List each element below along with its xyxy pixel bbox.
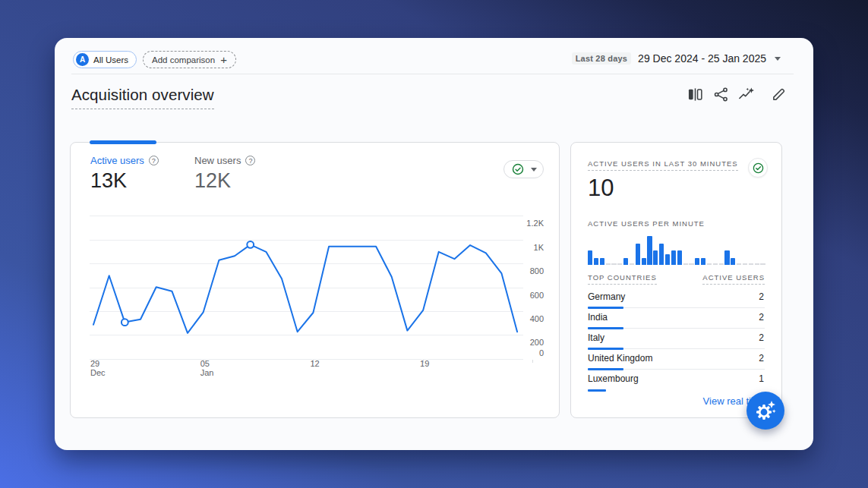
audience-chip-row: A All Users Add comparison + xyxy=(73,51,236,68)
all-users-chip[interactable]: A All Users xyxy=(73,51,137,68)
minute-bar xyxy=(737,263,741,265)
active-users-header: ACTIVE USERS xyxy=(702,273,765,285)
insights-fab[interactable] xyxy=(746,392,784,430)
minute-bar xyxy=(600,258,604,266)
add-comparison-button[interactable]: Add comparison + xyxy=(143,51,236,68)
minute-bar xyxy=(760,263,765,265)
date-range-picker[interactable]: Last 28 days 29 Dec 2024 - 25 Jan 2025 xyxy=(572,52,781,65)
country-bar xyxy=(588,389,606,392)
svg-text:Dec: Dec xyxy=(90,368,106,377)
minute-bar xyxy=(665,254,670,265)
country-users: 2 xyxy=(759,353,764,364)
minute-bar xyxy=(689,263,693,265)
per-minute-header: ACTIVE USERS PER MINUTE xyxy=(588,219,705,228)
minute-bar xyxy=(623,258,628,266)
users-overview-card: Active users ? 13K New users ? 12K 1.2K1… xyxy=(70,142,560,418)
country-users: 2 xyxy=(759,332,764,343)
edit-icon[interactable] xyxy=(771,87,786,102)
country-users: 1 xyxy=(759,373,764,384)
svg-text:400: 400 xyxy=(530,314,544,323)
svg-text:600: 600 xyxy=(530,291,544,300)
realtime-header: ACTIVE USERS IN LAST 30 MINUTES xyxy=(588,159,738,171)
svg-text:29: 29 xyxy=(90,359,99,368)
minute-bar xyxy=(653,250,658,265)
country-row: Italy 2 xyxy=(588,329,765,349)
svg-text:12: 12 xyxy=(310,359,319,368)
plus-icon: + xyxy=(220,54,227,65)
minute-bar xyxy=(636,244,640,266)
svg-text:1.2K: 1.2K xyxy=(526,219,544,228)
svg-text:05: 05 xyxy=(200,359,210,368)
svg-text:200: 200 xyxy=(530,338,544,347)
minute-bar xyxy=(707,263,712,265)
header-divider xyxy=(71,74,794,74)
country-row: Germany 2 xyxy=(588,288,765,308)
share-icon[interactable] xyxy=(713,87,728,102)
minute-bar xyxy=(671,250,676,265)
minute-bar xyxy=(642,258,646,266)
audience-avatar: A xyxy=(76,53,89,66)
minute-bar xyxy=(606,263,611,265)
minute-bar xyxy=(713,263,718,265)
svg-text:0: 0 xyxy=(539,348,544,357)
top-countries-header: TOP COUNTRIES xyxy=(588,273,657,285)
minute-bar xyxy=(659,244,664,266)
chevron-down-icon xyxy=(775,57,781,61)
date-preset-badge: Last 28 days xyxy=(572,52,631,65)
svg-text:Jan: Jan xyxy=(200,368,214,377)
minute-bar xyxy=(731,258,735,266)
svg-text:19: 19 xyxy=(420,359,429,368)
all-users-label: All Users xyxy=(93,55,128,65)
page-title: Acquisition overview xyxy=(71,86,214,109)
minute-bar xyxy=(749,263,753,265)
minute-bar xyxy=(719,263,724,265)
users-per-minute-chart xyxy=(588,234,765,265)
realtime-check-icon xyxy=(748,158,768,178)
minute-bar xyxy=(695,258,699,266)
main-panel: A All Users Add comparison + Last 28 day… xyxy=(55,38,813,450)
country-users: 2 xyxy=(759,312,764,323)
minute-bar xyxy=(594,258,598,266)
minute-bar xyxy=(724,250,729,265)
minute-bar xyxy=(588,250,592,265)
date-range-text: 29 Dec 2024 - 25 Jan 2025 xyxy=(638,52,766,65)
country-name: United Kingdom xyxy=(588,353,652,364)
country-name: Luxembourg xyxy=(588,373,639,384)
minute-bar xyxy=(743,263,747,265)
country-users: 2 xyxy=(759,291,764,302)
minute-bar xyxy=(701,258,705,266)
minute-bar xyxy=(647,236,652,265)
country-name: Germany xyxy=(588,291,625,302)
country-row: India 2 xyxy=(588,308,765,329)
country-name: India xyxy=(588,312,608,323)
compare-reports-icon[interactable] xyxy=(687,87,702,102)
country-name: Italy xyxy=(588,332,604,343)
active-users-line-chart[interactable]: 1.2K1K800600400200029Dec05Jan1219 xyxy=(71,143,560,419)
realtime-users-value: 10 xyxy=(588,175,614,202)
minute-bar xyxy=(755,263,759,265)
realtime-card: ACTIVE USERS IN LAST 30 MINUTES 10 ACTIV… xyxy=(570,142,782,418)
country-row: Luxembourg 1 xyxy=(588,370,765,390)
svg-text:1K: 1K xyxy=(534,243,544,252)
minute-bar xyxy=(630,263,634,265)
add-comparison-label: Add comparison xyxy=(152,55,215,65)
insights-icon[interactable] xyxy=(739,87,754,102)
countries-table: Germany 2 India 2 Italy 2 United Kingdom… xyxy=(588,288,765,390)
minute-bar xyxy=(683,263,688,265)
country-row: United Kingdom 2 xyxy=(588,349,765,370)
gear-sparkle-icon xyxy=(754,399,777,422)
minute-bar xyxy=(611,263,616,265)
minute-bar xyxy=(617,263,622,265)
svg-text:800: 800 xyxy=(530,266,544,275)
minute-bar xyxy=(677,250,682,265)
